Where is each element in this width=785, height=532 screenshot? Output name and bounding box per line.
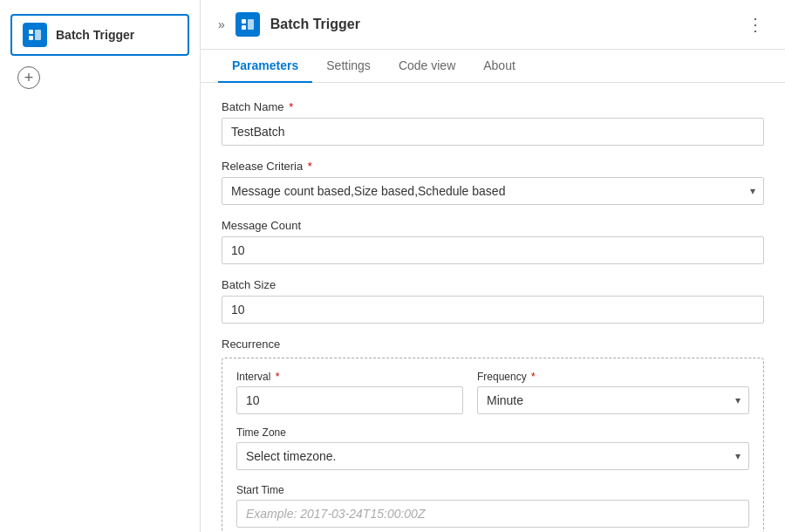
release-criteria-group: Release Criteria * Message count based,S…: [222, 160, 764, 205]
tab-settings[interactable]: Settings: [312, 50, 385, 83]
frequency-select[interactable]: Minute Hour Day Week Month: [477, 386, 749, 414]
timezone-label: Time Zone: [236, 426, 749, 439]
svg-rect-5: [248, 19, 254, 30]
add-button-container: +: [17, 66, 40, 89]
tab-code-view[interactable]: Code view: [385, 50, 469, 83]
frequency-group: Frequency * Minute Hour Day Week Month ▾: [477, 371, 749, 414]
batch-name-label: Batch Name *: [222, 100, 764, 113]
recurrence-section: Recurrence Interval * Frequency *: [222, 338, 764, 532]
timezone-group: Time Zone Select timezone. UTC Eastern P…: [236, 426, 749, 470]
sidebar-item-batch-trigger[interactable]: Batch Trigger: [10, 14, 189, 56]
recurrence-box: Interval * Frequency * Minute Hour D: [222, 358, 764, 532]
chevron-right-icon: »: [218, 17, 225, 31]
message-count-label: Message Count: [222, 219, 764, 232]
start-time-group: Start Time: [236, 484, 749, 528]
batch-trigger-icon: [23, 23, 47, 47]
batch-name-input[interactable]: [222, 118, 764, 146]
frequency-label: Frequency *: [477, 371, 749, 383]
more-options-button[interactable]: ⋮: [743, 16, 768, 33]
tab-about[interactable]: About: [469, 50, 529, 83]
add-step-button[interactable]: +: [17, 66, 40, 89]
panel-icon: [236, 12, 260, 37]
timezone-select-wrapper: Select timezone. UTC Eastern Pacific Cen…: [236, 442, 749, 470]
panel-title: Batch Trigger: [270, 17, 733, 32]
svg-rect-2: [35, 30, 41, 40]
batch-size-label: Batch Size: [222, 278, 764, 291]
interval-input[interactable]: [236, 386, 463, 414]
tabs-bar: Parameters Settings Code view About: [201, 50, 785, 83]
interval-frequency-row: Interval * Frequency * Minute Hour D: [236, 371, 749, 414]
batch-size-group: Batch Size: [222, 278, 764, 324]
svg-rect-4: [242, 25, 246, 30]
release-criteria-wrapper: Message count based,Size based,Schedule …: [222, 177, 764, 205]
timezone-select[interactable]: Select timezone. UTC Eastern Pacific Cen…: [236, 442, 749, 470]
sidebar-item-label: Batch Trigger: [56, 28, 134, 42]
svg-rect-3: [242, 19, 246, 24]
release-criteria-select[interactable]: Message count based,Size based,Schedule …: [222, 177, 764, 205]
frequency-select-wrapper: Minute Hour Day Week Month ▾: [477, 386, 749, 414]
panel-header: » Batch Trigger ⋮: [201, 0, 785, 50]
add-icon: +: [24, 70, 34, 85]
sidebar: Batch Trigger +: [0, 0, 201, 532]
release-criteria-label: Release Criteria *: [222, 160, 764, 173]
message-count-group: Message Count: [222, 219, 764, 264]
svg-rect-0: [29, 30, 33, 34]
recurrence-label: Recurrence: [222, 338, 764, 351]
main-panel: » Batch Trigger ⋮ Parameters Settings Co…: [201, 0, 785, 532]
tab-parameters[interactable]: Parameters: [218, 50, 312, 83]
svg-rect-1: [29, 36, 33, 40]
batch-size-input[interactable]: [222, 296, 764, 324]
interval-label: Interval *: [236, 371, 463, 383]
collapse-button[interactable]: »: [218, 17, 225, 31]
message-count-input[interactable]: [222, 236, 764, 264]
start-time-input[interactable]: [236, 500, 749, 528]
content-area: Batch Name * Release Criteria * Message …: [201, 83, 785, 532]
batch-name-group: Batch Name *: [222, 100, 764, 146]
start-time-label: Start Time: [236, 484, 749, 496]
interval-group: Interval *: [236, 371, 463, 414]
ellipsis-icon: ⋮: [747, 15, 764, 34]
